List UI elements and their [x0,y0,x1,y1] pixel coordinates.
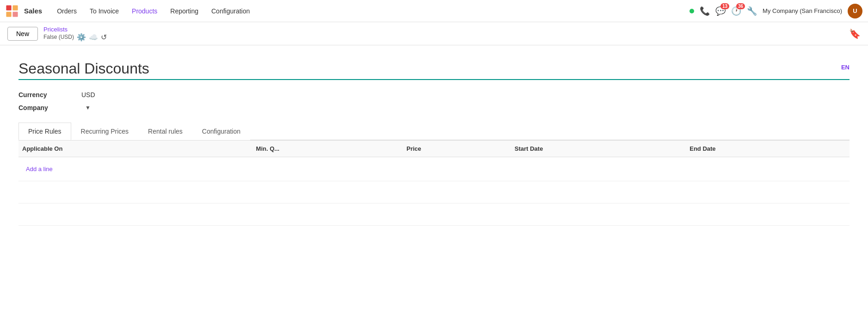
nav-products[interactable]: Products [126,5,163,18]
tab-recurring-prices[interactable]: Recurring Prices [71,123,138,140]
breadcrumb-info: Pricelists False (USD) ⚙️ ☁️ ↺ [43,26,107,42]
currency-value: USD [81,91,95,98]
company-name: My Company (San Francisco) [763,7,842,14]
tabs-container: Price Rules Recurring Prices Rental rule… [18,123,850,140]
add-line-row: Add a line [18,157,850,181]
currency-label: Currency [18,91,74,98]
tab-price-rules[interactable]: Price Rules [18,123,71,140]
col-applicable-on: Applicable On [18,141,252,157]
add-line-button[interactable]: Add a line [22,162,56,176]
section-spacer-1 [18,181,850,203]
main-nav: Orders To Invoice Products Reporting Con… [51,5,688,18]
section-spacer-2 [18,203,850,226]
gear-icon[interactable]: ⚙️ [77,33,86,42]
breadcrumb-sub: False (USD) ⚙️ ☁️ ↺ [43,33,107,42]
top-navbar: Sales Orders To Invoice Products Reporti… [0,0,868,22]
messages-badge: 13 [720,3,729,9]
breadcrumb-bar: New Pricelists False (USD) ⚙️ ☁️ ↺ 🔖 [0,22,868,45]
app-logo [6,5,18,18]
lang-badge[interactable]: EN [841,60,850,71]
currency-row: Currency USD [18,91,850,98]
refresh-icon[interactable]: ↺ [101,33,107,42]
cloud-icon[interactable]: ☁️ [89,33,98,42]
table-header-row: Applicable On Min. Q... Price Start Date… [18,141,850,157]
breadcrumb-subtitle: False (USD) [43,34,74,40]
col-start-date: Start Date [511,141,686,157]
new-button[interactable]: New [7,27,38,41]
company-select[interactable]: ▼ [81,105,91,111]
nav-configuration[interactable]: Configuration [206,5,255,18]
price-rules-table: Applicable On Min. Q... Price Start Date… [18,140,850,181]
company-row: Company ▼ [18,104,850,111]
tab-rental-rules[interactable]: Rental rules [138,123,192,140]
clock-icon[interactable]: 🕐 36 [731,6,741,16]
nav-orders[interactable]: Orders [51,5,82,18]
form-title-input[interactable] [18,60,841,77]
navbar-right: 📞 💬 13 🕐 36 🔧 My Company (San Francisco)… [689,4,862,18]
status-indicator [689,9,694,13]
form-title-row: EN [18,60,850,80]
settings-icon[interactable]: 🔧 [747,6,757,16]
tab-configuration[interactable]: Configuration [192,123,250,140]
svg-rect-2 [6,12,11,17]
nav-to-invoice[interactable]: To Invoice [84,5,124,18]
col-price: Price [403,141,511,157]
user-avatar[interactable]: U [848,4,862,18]
col-end-date: End Date [686,141,850,157]
phone-icon[interactable]: 📞 [700,6,710,16]
app-brand: Sales [24,7,42,15]
bookmark-icon[interactable]: 🔖 [849,28,861,39]
svg-rect-3 [12,12,18,17]
nav-reporting[interactable]: Reporting [165,5,204,18]
clock-badge: 36 [736,3,745,9]
messages-icon[interactable]: 💬 13 [715,6,726,16]
main-content: EN Currency USD Company ▼ Price Rules Re… [0,45,868,240]
company-label: Company [18,104,74,111]
svg-rect-0 [6,5,11,10]
svg-rect-1 [12,5,18,10]
company-dropdown-arrow[interactable]: ▼ [85,105,91,111]
col-min-qty: Min. Q... [252,141,403,157]
breadcrumb-pricelists-link[interactable]: Pricelists [43,26,107,33]
form-fields: Currency USD Company ▼ [18,91,850,111]
